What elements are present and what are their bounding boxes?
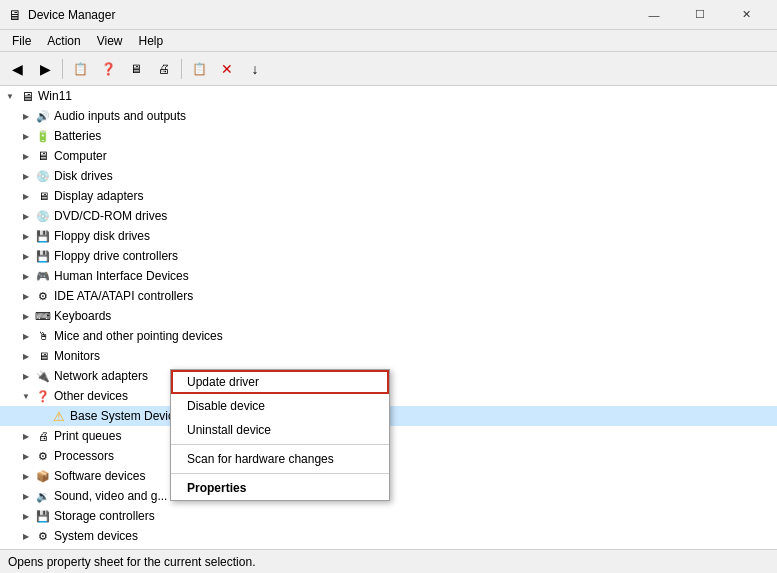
- toolbar: ◀ ▶ 📋 ❓ 🖥 🖨 📋 ✕ ↓: [0, 52, 777, 86]
- sound-icon: [35, 488, 51, 504]
- toggle-monitors[interactable]: [20, 350, 32, 362]
- menu-view[interactable]: View: [89, 32, 131, 50]
- toggle-storage[interactable]: [20, 510, 32, 522]
- scan-button[interactable]: ↓: [242, 56, 268, 82]
- floppy-ctrl-icon: [35, 248, 51, 264]
- list-item[interactable]: Human Interface Devices: [0, 266, 777, 286]
- other-icon: [35, 388, 51, 404]
- status-bar: Opens property sheet for the current sel…: [0, 549, 777, 573]
- toggle-other[interactable]: [20, 390, 32, 402]
- context-menu: Update driver Disable device Uninstall d…: [170, 369, 390, 501]
- title-bar-controls: — ☐ ✕: [631, 0, 769, 30]
- toolbar-sep-2: [181, 59, 182, 79]
- status-text: Opens property sheet for the current sel…: [8, 555, 255, 569]
- close-button[interactable]: ✕: [723, 0, 769, 30]
- list-item[interactable]: Floppy drive controllers: [0, 246, 777, 266]
- network-icon: [35, 368, 51, 384]
- context-menu-uninstall[interactable]: Uninstall device: [171, 418, 389, 442]
- storage-icon: [35, 508, 51, 524]
- processors-icon: [35, 448, 51, 464]
- properties-button[interactable]: 📋: [67, 56, 93, 82]
- mice-icon: [35, 328, 51, 344]
- software-icon: [35, 468, 51, 484]
- context-menu-update-driver[interactable]: Update driver: [171, 370, 389, 394]
- context-menu-sep-2: [171, 473, 389, 474]
- toggle-mice[interactable]: [20, 330, 32, 342]
- toggle-computer[interactable]: [20, 150, 32, 162]
- audio-icon: [35, 108, 51, 124]
- floppy-disk-icon: [35, 228, 51, 244]
- title-bar-text: Device Manager: [28, 8, 631, 22]
- toggle-system[interactable]: [20, 530, 32, 542]
- toggle-floppy-disk[interactable]: [20, 230, 32, 242]
- list-item[interactable]: Mice and other pointing devices: [0, 326, 777, 346]
- list-item[interactable]: Keyboards: [0, 306, 777, 326]
- keyboard-icon: [35, 308, 51, 324]
- print-button[interactable]: 🖨: [151, 56, 177, 82]
- title-bar: 🖥 Device Manager — ☐ ✕: [0, 0, 777, 30]
- toggle-audio[interactable]: [20, 110, 32, 122]
- app-icon: 🖥: [8, 7, 22, 23]
- context-menu-properties[interactable]: Properties: [171, 476, 389, 500]
- system-icon: [35, 528, 51, 544]
- list-item[interactable]: Universal Serial Bus...: [0, 546, 777, 549]
- remove-button[interactable]: ✕: [214, 56, 240, 82]
- list-item[interactable]: Audio inputs and outputs: [0, 106, 777, 126]
- toggle-dvd[interactable]: [20, 210, 32, 222]
- toggle-print[interactable]: [20, 430, 32, 442]
- toggle-batteries[interactable]: [20, 130, 32, 142]
- toggle-software[interactable]: [20, 470, 32, 482]
- human-icon: [35, 268, 51, 284]
- ide-icon: [35, 288, 51, 304]
- monitors-icon: [35, 348, 51, 364]
- list-item[interactable]: Display adapters: [0, 186, 777, 206]
- list-item[interactable]: Computer: [0, 146, 777, 166]
- root-label: Win11: [38, 89, 72, 103]
- list-item[interactable]: DVD/CD-ROM drives: [0, 206, 777, 226]
- action-button[interactable]: 📋: [186, 56, 212, 82]
- list-item[interactable]: Disk drives: [0, 166, 777, 186]
- toggle-processors[interactable]: [20, 450, 32, 462]
- dvd-icon: [35, 208, 51, 224]
- list-item[interactable]: Monitors: [0, 346, 777, 366]
- toolbar-sep-1: [62, 59, 63, 79]
- toggle-disk[interactable]: [20, 170, 32, 182]
- toggle-network[interactable]: [20, 370, 32, 382]
- toggle-human[interactable]: [20, 270, 32, 282]
- forward-button[interactable]: ▶: [32, 56, 58, 82]
- help-button[interactable]: ❓: [95, 56, 121, 82]
- context-menu-scan[interactable]: Scan for hardware changes: [171, 447, 389, 471]
- back-button[interactable]: ◀: [4, 56, 30, 82]
- battery-icon: [35, 128, 51, 144]
- tree-panel[interactable]: 🖥 Win11 Audio inputs and outputs Batteri…: [0, 86, 777, 549]
- list-item[interactable]: Storage controllers: [0, 506, 777, 526]
- toggle-ide[interactable]: [20, 290, 32, 302]
- toggle-floppy-ctrl[interactable]: [20, 250, 32, 262]
- menu-bar: File Action View Help: [0, 30, 777, 52]
- usb-icon: [35, 548, 51, 549]
- maximize-button[interactable]: ☐: [677, 0, 723, 30]
- root-toggle[interactable]: [4, 90, 16, 102]
- display-icon: [35, 188, 51, 204]
- root-icon: 🖥: [19, 88, 35, 104]
- list-item[interactable]: IDE ATA/ATAPI controllers: [0, 286, 777, 306]
- menu-action[interactable]: Action: [39, 32, 88, 50]
- computer-button[interactable]: 🖥: [123, 56, 149, 82]
- minimize-button[interactable]: —: [631, 0, 677, 30]
- toggle-display[interactable]: [20, 190, 32, 202]
- tree-root[interactable]: 🖥 Win11: [0, 86, 777, 106]
- computer-icon: [35, 148, 51, 164]
- toggle-sound[interactable]: [20, 490, 32, 502]
- context-menu-sep-1: [171, 444, 389, 445]
- printer-icon: [35, 428, 51, 444]
- menu-help[interactable]: Help: [131, 32, 172, 50]
- list-item[interactable]: Batteries: [0, 126, 777, 146]
- menu-file[interactable]: File: [4, 32, 39, 50]
- disk-icon: [35, 168, 51, 184]
- list-item[interactable]: Floppy disk drives: [0, 226, 777, 246]
- list-item[interactable]: System devices: [0, 526, 777, 546]
- base-device-icon: [51, 408, 67, 424]
- context-menu-disable[interactable]: Disable device: [171, 394, 389, 418]
- main-area: 🖥 Win11 Audio inputs and outputs Batteri…: [0, 86, 777, 549]
- toggle-keyboard[interactable]: [20, 310, 32, 322]
